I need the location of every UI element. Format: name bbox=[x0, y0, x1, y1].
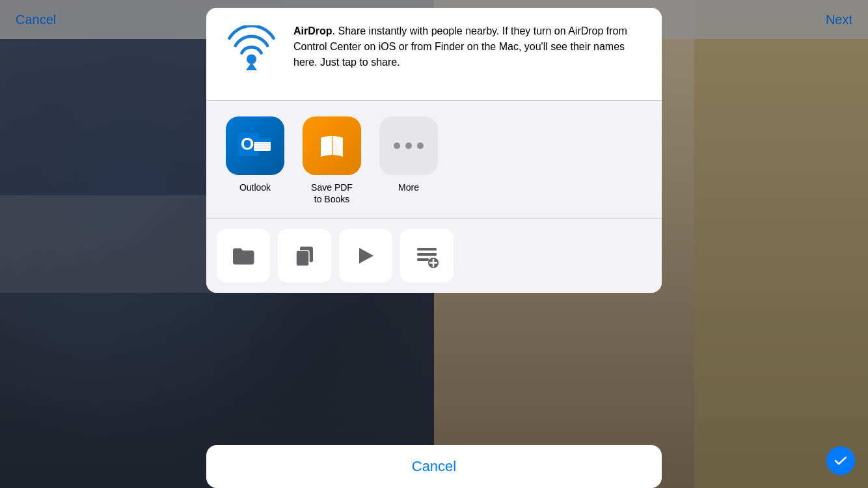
outlook-svg: O bbox=[236, 126, 275, 165]
actions-section bbox=[206, 219, 662, 293]
copy-action-icon bbox=[278, 229, 331, 282]
outlook-icon: O bbox=[226, 116, 284, 175]
svg-rect-11 bbox=[417, 253, 437, 256]
add-action-icon bbox=[400, 229, 454, 282]
action-item-files[interactable] bbox=[217, 229, 270, 282]
checkmark-button[interactable] bbox=[826, 446, 855, 475]
apps-section: O Outlook bbox=[206, 101, 662, 219]
books-svg bbox=[313, 127, 351, 165]
copy-icon bbox=[292, 243, 318, 269]
action-item-copy[interactable] bbox=[278, 229, 331, 282]
more-icon bbox=[379, 116, 438, 175]
outlook-label: Outlook bbox=[239, 182, 271, 193]
dot-1 bbox=[394, 142, 400, 149]
airdrop-icon bbox=[224, 25, 279, 81]
svg-rect-12 bbox=[417, 258, 429, 261]
more-dots bbox=[394, 142, 424, 149]
play-action-icon bbox=[339, 229, 392, 282]
airdrop-title: AirDrop bbox=[293, 25, 332, 36]
folder-icon bbox=[230, 243, 256, 269]
dot-3 bbox=[417, 142, 424, 149]
cancel-section: Cancel bbox=[206, 445, 662, 488]
airdrop-icon-wrap bbox=[222, 23, 280, 82]
action-item-play[interactable] bbox=[339, 229, 392, 282]
app-item-outlook[interactable]: O Outlook bbox=[226, 116, 284, 193]
svg-rect-10 bbox=[417, 248, 437, 251]
airdrop-section: AirDrop. Share instantly with people nea… bbox=[206, 8, 662, 101]
app-item-books[interactable]: Save PDFto Books bbox=[303, 116, 361, 205]
app-item-more[interactable]: More bbox=[379, 116, 438, 193]
add-stack-icon bbox=[414, 243, 440, 269]
books-label: Save PDFto Books bbox=[311, 182, 353, 205]
action-item-add[interactable] bbox=[400, 229, 454, 282]
svg-rect-4 bbox=[254, 138, 271, 142]
cancel-button[interactable]: Cancel bbox=[206, 445, 662, 488]
svg-text:O: O bbox=[241, 134, 254, 154]
files-action-icon bbox=[217, 229, 270, 282]
airdrop-desc-text: . Share instantly with people nearby. If… bbox=[293, 25, 627, 68]
dot-2 bbox=[405, 142, 412, 149]
checkmark-icon bbox=[833, 453, 848, 468]
books-icon bbox=[303, 116, 361, 175]
share-sheet: AirDrop. Share instantly with people nea… bbox=[206, 8, 662, 293]
play-icon bbox=[353, 243, 379, 269]
more-label: More bbox=[398, 182, 419, 193]
airdrop-description: AirDrop. Share instantly with people nea… bbox=[293, 23, 646, 70]
svg-rect-9 bbox=[296, 251, 309, 266]
